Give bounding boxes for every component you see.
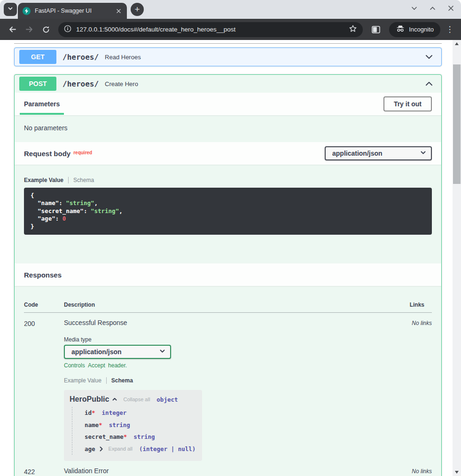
tab-search-button[interactable]: [4, 3, 17, 16]
response-description: Validation Error: [64, 467, 412, 475]
back-button[interactable]: [6, 23, 19, 36]
opblock-get-heroes: GET /heroes/ Read Heroes: [14, 48, 442, 66]
tab-separator: [68, 177, 69, 183]
window-maximize-icon[interactable]: [429, 5, 436, 12]
column-links: Links: [410, 301, 432, 308]
model-type: object: [156, 396, 178, 403]
plus-icon: +: [134, 4, 140, 15]
browser-menu-icon[interactable]: ⋮: [444, 24, 455, 34]
url-text[interactable]: 127.0.0.1:5000/docs#/default/create_hero…: [76, 26, 344, 33]
get-path: /heroes/: [63, 53, 99, 62]
response-content-type-select[interactable]: application/json: [64, 345, 171, 359]
chevron-down-icon: [7, 5, 14, 14]
controls-accept-note: Controls Accept header.: [64, 362, 412, 369]
code-line: "age": 0: [31, 215, 425, 222]
code-line: {: [31, 192, 425, 199]
tab-title: FastAPI - Swagger UI: [35, 8, 111, 14]
responses-section: Code Description Links 200 Successful Re…: [15, 301, 441, 476]
page-scrollbar[interactable]: [453, 40, 461, 476]
get-method-badge: GET: [19, 50, 56, 64]
property-name: id*: [85, 407, 95, 419]
request-body-section: Example Value Schema { "name": "string",…: [15, 165, 441, 235]
address-bar[interactable]: 127.0.0.1:5000/docs#/default/create_hero…: [58, 22, 363, 37]
fastapi-favicon-icon: [23, 7, 31, 15]
post-path: /heroes/: [63, 79, 99, 88]
browser-tab[interactable]: FastAPI - Swagger UI: [18, 3, 127, 19]
scrollbar-thumb[interactable]: [453, 64, 461, 184]
post-method-badge: POST: [19, 77, 56, 91]
response-description-cell: Successful Response Media type applicati…: [64, 319, 412, 461]
incognito-icon: [396, 24, 405, 35]
response-description-cell: Validation Error: [64, 467, 412, 476]
schema-model-box: HeroPublic Collapse all object id*intege…: [64, 390, 202, 461]
parameters-header: Parameters Try it out: [15, 93, 441, 115]
window-minimize-icon[interactable]: [411, 5, 418, 12]
property-type: string: [109, 419, 130, 431]
required-star: *: [99, 421, 102, 428]
chevron-down-icon: [420, 150, 426, 157]
scroll-up-arrow[interactable]: [453, 40, 461, 48]
code-line: }: [31, 223, 425, 230]
try-it-out-button[interactable]: Try it out: [383, 96, 432, 111]
opblock-post-header[interactable]: POST /heroes/ Create Hero: [15, 75, 441, 93]
property-type: integer: [102, 407, 127, 419]
property-type: (integer | null): [139, 443, 195, 455]
site-info-icon[interactable]: [64, 25, 71, 34]
swagger-page: GET /heroes/ Read Heroes POST /heroes/ C…: [0, 40, 453, 476]
new-tab-button[interactable]: +: [131, 3, 144, 16]
request-body-header: Request bodyrequired application/json: [15, 142, 441, 165]
code-line: "name": "string",: [31, 199, 425, 207]
side-panel-icon[interactable]: [369, 26, 383, 33]
tab-parameters: Parameters: [20, 93, 64, 115]
column-code: Code: [24, 301, 64, 308]
model-name: HeroPublic: [70, 395, 109, 404]
required-star: *: [92, 409, 95, 416]
required-badge: required: [73, 150, 92, 155]
window-close-icon[interactable]: [447, 5, 454, 12]
forward-button[interactable]: [23, 23, 36, 36]
code-line: "secret_name": "string",: [31, 207, 425, 215]
response-row-422: 422 Validation Error No links: [24, 467, 432, 476]
tab-close-icon[interactable]: [115, 8, 122, 15]
response-description: Successful Response: [64, 319, 412, 326]
window-controls: [411, 5, 454, 12]
tab-separator: [106, 377, 107, 384]
response-code: 200: [24, 319, 64, 461]
opblock-get-header[interactable]: GET /heroes/ Read Heroes: [15, 48, 441, 66]
scroll-down-arrow[interactable]: [453, 468, 461, 476]
tab-example-value[interactable]: Example Value: [24, 177, 63, 183]
tab-schema[interactable]: Schema: [111, 377, 133, 384]
chevron-up-icon[interactable]: [112, 397, 117, 402]
model-title-row: HeroPublic Collapse all object: [70, 395, 196, 404]
response-code: 422: [24, 467, 64, 476]
property-name: age: [85, 443, 95, 455]
request-content-type-select[interactable]: application/json: [325, 146, 432, 160]
media-type-label: Media type: [64, 336, 412, 343]
schema-property-row: secret_name*string: [85, 431, 196, 443]
schema-property-row: name*string: [85, 419, 196, 431]
browser-window: FastAPI - Swagger UI +: [0, 0, 461, 40]
expand-all-link[interactable]: Expand all: [109, 443, 133, 455]
incognito-badge: Incognito: [389, 22, 440, 37]
responses-table-header: Code Description Links: [24, 301, 432, 308]
opblock-post-heroes: POST /heroes/ Create Hero Parameters Try…: [14, 74, 442, 476]
tag-section-divider: [14, 43, 442, 44]
bookmark-star-icon[interactable]: [349, 24, 357, 35]
chevron-right-icon[interactable]: [99, 446, 104, 452]
chevron-up-icon[interactable]: [424, 79, 437, 88]
example-json-code[interactable]: { "name": "string", "secret_name": "stri…: [24, 188, 432, 235]
chevron-down-icon[interactable]: [424, 52, 437, 62]
property-name: name*: [85, 419, 102, 431]
schema-property-row: id*integer: [85, 407, 196, 419]
tab-schema[interactable]: Schema: [73, 177, 94, 183]
reload-button[interactable]: [39, 23, 53, 36]
response-links: No links: [412, 319, 432, 461]
request-body-tabs: Example Value Schema: [24, 177, 432, 183]
tab-example-value[interactable]: Example Value: [64, 377, 102, 384]
responses-header: Responses: [15, 263, 441, 286]
required-star: *: [124, 433, 127, 440]
no-parameters-text: No parameters: [15, 115, 441, 142]
column-description: Description: [64, 301, 410, 308]
collapse-all-link[interactable]: Collapse all: [123, 397, 150, 402]
get-summary: Read Heroes: [105, 54, 141, 61]
